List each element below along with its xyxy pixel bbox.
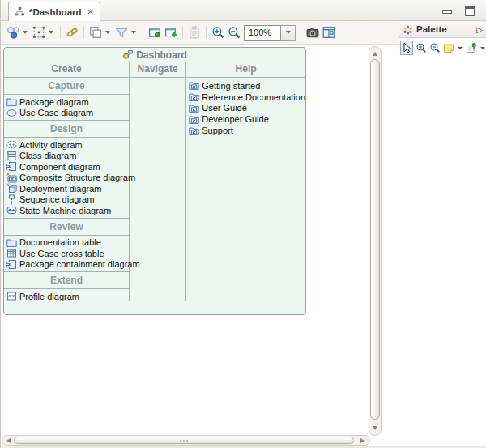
scroll-left-arrow[interactable] <box>3 436 14 445</box>
profile-diagram-icon: «» <box>6 291 17 301</box>
link-getting-started[interactable]: Getting started <box>186 80 305 92</box>
dashboard-panel: Dashboard Create Capture <box>3 47 306 315</box>
maximize-button[interactable] <box>465 6 475 16</box>
dashboard-header: Dashboard <box>4 48 305 62</box>
dashboard-tab-icon <box>15 6 25 17</box>
link-class-diagram[interactable]: Class diagram <box>4 151 129 162</box>
scroll-up-arrow[interactable] <box>369 49 381 58</box>
documentation-table-icon <box>6 237 17 248</box>
help-column: Help Getting started <box>186 62 305 301</box>
select-tool[interactable] <box>400 41 413 55</box>
diagram-toolbar: 100% <box>1 21 399 45</box>
capture-section-header: Capture <box>4 78 129 95</box>
link-package-containment-diagram[interactable]: Package containment diagram <box>4 259 129 271</box>
deployment-diagram-icon <box>6 183 17 194</box>
arrange-elements-button[interactable] <box>5 23 21 41</box>
link-sequence-diagram[interactable]: Sequence diagram <box>4 194 129 206</box>
zoom-in-button[interactable] <box>210 23 226 41</box>
help-column-header: Help <box>186 62 305 78</box>
snapshot-button[interactable] <box>305 23 321 41</box>
tab-title: *Dashboard <box>29 7 82 17</box>
note-tool[interactable] <box>442 41 455 55</box>
review-section: Review Documentation table <box>4 218 129 272</box>
toolbar-separator <box>301 26 301 39</box>
link-documentation-table[interactable]: Documentation table <box>4 237 129 249</box>
scroll-down-arrow[interactable] <box>369 423 381 433</box>
help-topic-icon <box>189 126 199 136</box>
usecase-diagram-icon <box>6 108 17 118</box>
arrange-dropdown-arrow[interactable] <box>23 31 28 34</box>
state-machine-diagram-icon <box>6 205 17 215</box>
link-component-diagram[interactable]: Component diagram <box>4 161 129 173</box>
toolbar-separator <box>182 26 183 39</box>
paste-button <box>186 23 202 41</box>
help-topic-icon <box>189 114 199 125</box>
dashboard-icon <box>122 49 133 60</box>
toolbar-separator <box>60 26 61 39</box>
palette-header[interactable]: Palette ▷ <box>399 21 486 38</box>
navigate-column: Navigate <box>130 62 186 301</box>
toolbar-separator <box>83 26 84 39</box>
link-deployment-diagram[interactable]: Deployment diagram <box>4 183 129 194</box>
zoom-out-button[interactable] <box>226 23 242 41</box>
capture-section: Capture Package diagram <box>4 78 129 120</box>
link-user-guide[interactable]: User Guide <box>186 103 305 114</box>
existing-diagram-button[interactable] <box>147 23 163 41</box>
review-section-header: Review <box>4 218 129 236</box>
copy-appearance-button[interactable] <box>87 23 104 41</box>
zoom-level-dropdown[interactable] <box>281 25 296 41</box>
palette-toolbar <box>399 38 486 57</box>
select-elements-button[interactable] <box>31 23 47 41</box>
toolbar-separator <box>206 26 207 39</box>
minimize-button[interactable] <box>442 10 452 14</box>
palette-icon <box>403 24 413 35</box>
vertical-scrollbar[interactable] <box>369 46 382 436</box>
application-window: *Dashboard ✕ <box>0 0 486 448</box>
link-support[interactable]: Support <box>186 125 305 136</box>
note-dropdown-arrow[interactable] <box>458 47 463 49</box>
link-composite-structure-diagram[interactable]: Composite Structure diagram <box>4 173 129 184</box>
composite-structure-diagram-icon <box>6 173 17 183</box>
horizontal-scrollbar-thumb[interactable] <box>14 437 354 444</box>
activity-diagram-icon <box>6 139 17 150</box>
copy-dropdown-arrow[interactable] <box>105 31 110 34</box>
link-state-machine-diagram[interactable]: State Machine diagram <box>4 205 129 216</box>
palette-zoom-out-tool[interactable] <box>428 41 441 55</box>
scroll-right-arrow[interactable] <box>357 436 368 445</box>
link-usecase-cross-table[interactable]: Use Case cross table <box>4 248 129 259</box>
palette-pin-arrow-icon[interactable]: ▷ <box>476 25 483 34</box>
link-button[interactable] <box>64 23 80 41</box>
link-package-diagram[interactable]: Package diagram <box>4 96 129 108</box>
diagram-overview-button[interactable] <box>321 23 337 41</box>
vertical-scrollbar-thumb[interactable] <box>370 59 380 420</box>
help-topic-icon <box>189 103 199 113</box>
diagram-canvas[interactable]: Dashboard Create Capture <box>1 45 399 446</box>
extend-section-header: Extend <box>4 271 129 289</box>
pin-note-tool[interactable] <box>465 41 478 55</box>
filter-dropdown-arrow[interactable] <box>131 31 136 34</box>
palette-zoom-in-tool[interactable] <box>414 41 427 55</box>
tab-dashboard[interactable]: *Dashboard ✕ <box>8 2 100 21</box>
zoom-level-value[interactable]: 100% <box>244 25 281 41</box>
link-activity-diagram[interactable]: Activity diagram <box>4 139 129 151</box>
pin-note-dropdown-arrow[interactable] <box>480 47 485 49</box>
select-dropdown-arrow[interactable] <box>49 31 53 34</box>
new-diagram-button[interactable] <box>163 23 179 41</box>
link-developer-guide[interactable]: Developer Guide <box>186 113 305 125</box>
package-diagram-icon <box>6 96 17 107</box>
view-controls <box>442 6 475 16</box>
link-profile-diagram[interactable]: «» Profile diagram <box>4 291 129 302</box>
design-section: Design Activity diagram <box>4 120 129 218</box>
horizontal-scrollbar[interactable] <box>2 435 370 446</box>
component-diagram-icon <box>6 161 17 172</box>
zoom-level-combo: 100% <box>244 25 296 41</box>
help-topic-icon <box>189 80 199 91</box>
class-diagram-icon <box>6 151 17 161</box>
tab-close-icon[interactable]: ✕ <box>87 8 94 16</box>
help-topic-icon <box>189 92 199 102</box>
svg-text:«»: «» <box>8 292 15 300</box>
editor-tab-bar: *Dashboard ✕ <box>1 0 486 21</box>
link-usecase-diagram[interactable]: Use Case diagram <box>4 108 129 119</box>
filter-button[interactable] <box>113 23 130 41</box>
link-reference-documentation[interactable]: Reference Documentation <box>186 92 305 103</box>
